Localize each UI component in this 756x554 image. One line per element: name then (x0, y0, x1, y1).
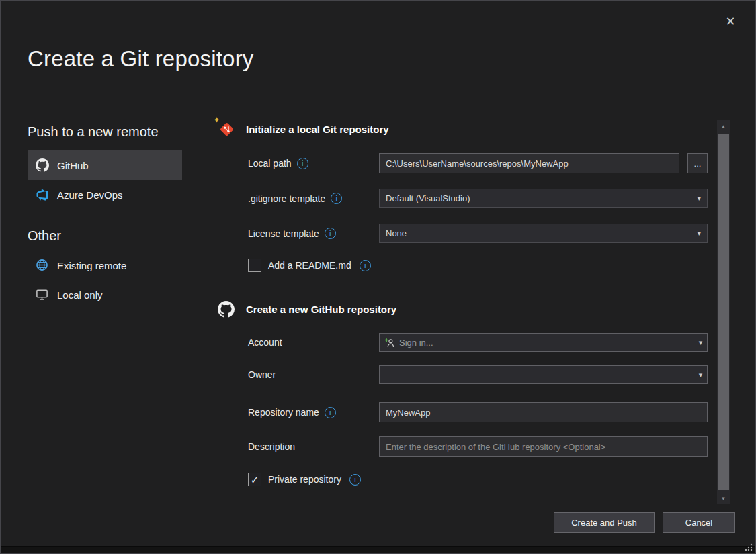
account-combobox[interactable]: Sign in... ▾ (379, 333, 708, 352)
description-row: Description (248, 436, 710, 457)
resize-grip[interactable] (743, 541, 753, 552)
other-heading: Other (28, 228, 182, 244)
sparkle-icon: ✦ (213, 116, 220, 124)
sidebar-item-label: Azure DevOps (57, 189, 123, 201)
github-icon (36, 158, 49, 172)
local-path-label: Local path (248, 158, 292, 169)
info-icon[interactable]: i (360, 260, 371, 271)
readme-checkbox[interactable] (248, 259, 261, 272)
gitignore-row: .gitignore template i Default (VisualStu… (248, 189, 710, 208)
local-path-input[interactable] (379, 153, 679, 173)
browse-button[interactable]: ... (687, 153, 708, 173)
init-section-header: ✦ Initialize a local Git repository (218, 120, 710, 138)
dropdown-arrow-icon: ▾ (697, 195, 701, 202)
sidebar-item-label: GitHub (57, 160, 89, 171)
info-icon[interactable]: i (325, 228, 336, 239)
info-icon[interactable]: i (325, 407, 336, 418)
sidebar: Push to a new remote GitHub Azure DevOps… (28, 124, 182, 310)
readme-row: Add a README.md i (248, 259, 710, 272)
repository-name-input[interactable] (379, 402, 708, 422)
info-icon[interactable]: i (349, 474, 361, 486)
sidebar-item-label: Local only (57, 289, 103, 301)
local-path-row: Local path i ... (248, 153, 710, 173)
info-icon[interactable]: i (331, 193, 342, 204)
gitignore-dropdown[interactable]: Default (VisualStudio) ▾ (379, 189, 708, 208)
close-button[interactable]: ✕ (720, 11, 741, 32)
owner-row: Owner ▾ (248, 365, 710, 384)
cancel-button[interactable]: Cancel (663, 512, 735, 533)
owner-label: Owner (248, 369, 276, 380)
owner-combobox[interactable]: ▾ (379, 365, 708, 384)
sidebar-item-local-only[interactable]: Local only (28, 280, 182, 310)
scroll-up-button[interactable]: ▲ (717, 120, 730, 132)
azure-devops-icon (36, 188, 49, 201)
dropdown-arrow-icon: ▾ (697, 230, 701, 237)
github-section-title: Create a new GitHub repository (246, 304, 396, 315)
sidebar-item-label: Existing remote (57, 260, 126, 271)
sidebar-item-azure-devops[interactable]: Azure DevOps (28, 180, 182, 210)
repository-name-label: Repository name (248, 407, 319, 418)
private-label: Private repository (268, 474, 341, 485)
license-value: None (386, 228, 407, 238)
monitor-icon (36, 288, 49, 302)
repository-name-row: Repository name i (248, 402, 710, 422)
private-checkbox[interactable]: ✓ (248, 473, 261, 486)
main-form: ✦ Initialize a local Git repository Loca… (218, 120, 710, 486)
scrollbar-thumb[interactable] (718, 134, 729, 490)
globe-icon (36, 259, 49, 272)
scroll-down-button[interactable]: ▼ (717, 492, 730, 504)
check-icon: ✓ (251, 475, 259, 485)
github-mark-icon (218, 300, 236, 318)
account-prompt: Sign in... (399, 338, 433, 348)
create-git-repository-dialog: ✕ Create a Git repository Push to a new … (0, 0, 756, 554)
dropdown-arrow-icon[interactable]: ▾ (694, 366, 707, 383)
sidebar-item-github[interactable]: GitHub (28, 150, 182, 180)
git-init-icon: ✦ (218, 120, 236, 138)
init-section-title: Initialize a local Git repository (246, 124, 389, 135)
scrollbar[interactable]: ▲ ▼ (717, 120, 730, 504)
gitignore-value: Default (VisualStudio) (386, 193, 470, 203)
create-and-push-button[interactable]: Create and Push (554, 512, 655, 533)
license-label: License template (248, 228, 319, 239)
push-remote-heading: Push to a new remote (28, 124, 182, 140)
dialog-title: Create a Git repository (28, 46, 254, 72)
dropdown-arrow-icon[interactable]: ▾ (694, 334, 707, 351)
description-input[interactable] (379, 436, 708, 457)
account-row: Account Sign in... ▾ (248, 333, 710, 352)
license-dropdown[interactable]: None ▾ (379, 224, 708, 243)
account-label: Account (248, 337, 282, 348)
readme-label: Add a README.md (268, 260, 351, 271)
close-icon: ✕ (725, 14, 735, 29)
gitignore-label: .gitignore template (248, 193, 325, 204)
info-icon[interactable]: i (297, 158, 308, 169)
window-bottom-edge (1, 546, 755, 553)
license-row: License template i None ▾ (248, 224, 710, 243)
sidebar-item-existing-remote[interactable]: Existing remote (28, 250, 182, 280)
add-account-icon (384, 338, 394, 348)
description-label: Description (248, 441, 295, 452)
github-section-header: Create a new GitHub repository (218, 300, 710, 318)
private-repository-row: ✓ Private repository i (248, 473, 710, 486)
